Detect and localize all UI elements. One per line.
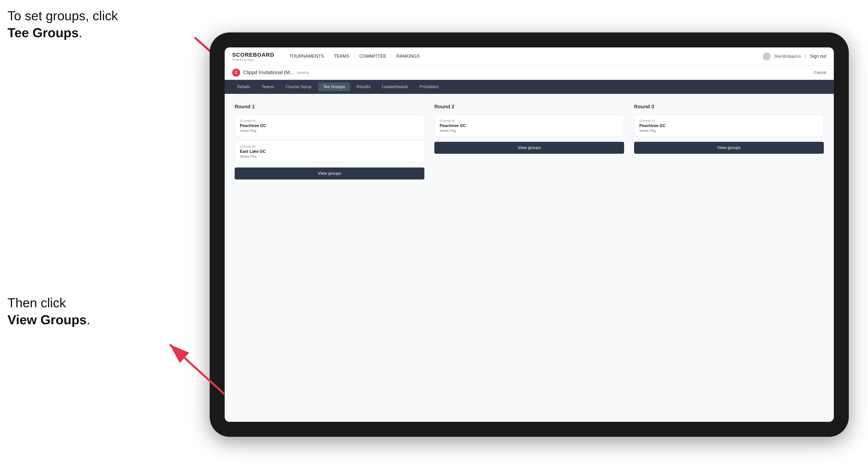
round-1-course-b-card: (Course B) East Lake GC Stroke Play <box>235 140 424 162</box>
arrow-to-view-groups <box>150 330 245 399</box>
tab-details[interactable]: Details <box>232 82 255 91</box>
svg-line-3 <box>170 344 225 394</box>
instruction-bottom-line2: View Groups <box>7 312 87 327</box>
round-1-course-b-name: East Lake GC <box>240 149 419 154</box>
round-3-course-a-name: Peachtree GC <box>639 124 818 128</box>
cancel-button[interactable]: Cancel <box>814 70 826 75</box>
instruction-bottom-line1: Then click <box>7 295 66 310</box>
tournament-header: C Clippd Invitational (M... Hosting Canc… <box>225 65 834 80</box>
rounds-grid: Round 1 (Course A) Peachtree GC Stroke P… <box>235 104 824 180</box>
round-2-column: Round 2 (Course A) Peachtree GC Stroke P… <box>434 104 624 180</box>
round-1-course-a-format: Stroke Play <box>240 129 419 132</box>
nav-tournaments[interactable]: TOURNAMENTS <box>289 53 324 60</box>
nav-teams[interactable]: TEAMS <box>334 53 349 60</box>
tab-printables[interactable]: Printables <box>415 82 444 91</box>
round-2-view-groups-button[interactable]: View groups <box>434 142 624 154</box>
logo-scoreboard: SCOREBOARD <box>232 52 274 58</box>
tablet-frame: SCOREBOARD Powered by clippi TOURNAMENTS… <box>210 32 849 437</box>
instruction-top-line1: To set groups, click <box>7 8 118 23</box>
round-3-column: Round 3 (Course A) Peachtree GC Stroke P… <box>634 104 824 180</box>
round-2-course-a-format: Stroke Play <box>440 129 619 132</box>
round-1-course-a-card: (Course A) Peachtree GC Stroke Play <box>235 115 424 137</box>
instruction-bottom: Then click View Groups. <box>7 294 90 328</box>
round-3-course-a-label: (Course A) <box>639 119 818 123</box>
tab-results[interactable]: Results <box>351 82 376 91</box>
tabs-bar: Details Teams Course Setup Tee Groups Re… <box>225 80 834 94</box>
top-nav: SCOREBOARD Powered by clippi TOURNAMENTS… <box>225 48 834 65</box>
round-1-course-b-label: (Course B) <box>240 145 419 148</box>
nav-links: TOURNAMENTS TEAMS COMMITTEE RANKINGS <box>289 53 753 60</box>
round-1-course-a-name: Peachtree GC <box>240 124 419 128</box>
logo-area: SCOREBOARD Powered by clippi <box>232 52 274 61</box>
instruction-bottom-suffix: . <box>87 312 90 327</box>
tab-teams[interactable]: Teams <box>257 82 279 91</box>
nav-rankings[interactable]: RANKINGS <box>396 53 420 60</box>
tab-leaderboards[interactable]: Leaderboards <box>377 82 413 91</box>
round-1-view-groups-button[interactable]: View groups <box>235 167 424 180</box>
instruction-top: To set groups, click Tee Groups. <box>7 7 118 41</box>
user-email: blair@clippd.io <box>775 54 801 59</box>
nav-committee[interactable]: COMMITTEE <box>360 53 386 60</box>
round-2-title: Round 2 <box>434 104 624 110</box>
user-avatar <box>763 53 771 60</box>
round-2-course-a-card: (Course A) Peachtree GC Stroke Play <box>434 115 624 137</box>
nav-right: blair@clippd.io | Sign out <box>763 53 826 60</box>
round-1-title: Round 1 <box>235 104 424 110</box>
tablet-screen: SCOREBOARD Powered by clippi TOURNAMENTS… <box>225 48 834 422</box>
round-1-course-b-format: Stroke Play <box>240 155 419 158</box>
round-3-course-a-card: (Course A) Peachtree GC Stroke Play <box>634 115 824 137</box>
tournament-name: Clippd Invitational (M... <box>243 70 294 75</box>
round-2-course-a-name: Peachtree GC <box>440 124 619 128</box>
round-3-view-groups-button[interactable]: View groups <box>634 142 824 154</box>
logo-text: SCOREBOARD <box>232 52 274 58</box>
round-1-course-a-label: (Course A) <box>240 119 419 123</box>
instruction-top-line2: Tee Groups <box>7 26 79 40</box>
tab-tee-groups[interactable]: Tee Groups <box>318 82 350 91</box>
instruction-top-suffix: . <box>79 26 82 40</box>
tournament-icon: C <box>232 69 240 76</box>
round-1-column: Round 1 (Course A) Peachtree GC Stroke P… <box>235 104 424 180</box>
tournament-title-area: C Clippd Invitational (M... Hosting <box>232 69 309 76</box>
round-2-course-a-label: (Course A) <box>440 119 619 123</box>
logo-sub: Powered by clippi <box>232 58 274 61</box>
tab-course-setup[interactable]: Course Setup <box>281 82 316 91</box>
hosting-badge: Hosting <box>297 71 309 74</box>
round-3-course-a-format: Stroke Play <box>639 129 818 132</box>
main-content: Round 1 (Course A) Peachtree GC Stroke P… <box>225 94 834 422</box>
round-3-title: Round 3 <box>634 104 824 110</box>
sign-out-link[interactable]: Sign out <box>810 53 826 60</box>
